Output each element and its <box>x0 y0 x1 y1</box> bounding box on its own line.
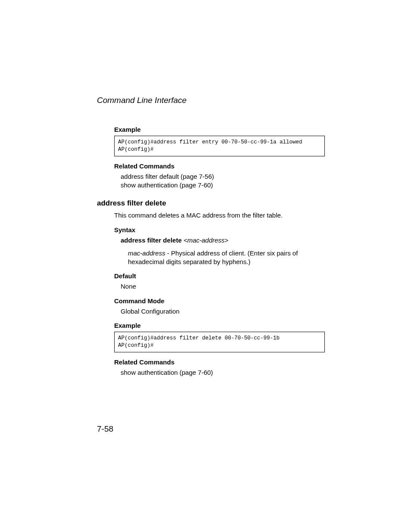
syntax-argument: <mac-address> <box>184 236 228 244</box>
related-commands-heading-1: Related Commands <box>114 162 325 170</box>
page-content: Command Line Interface Example AP(config… <box>0 0 411 377</box>
syntax-command: address filter delete <box>121 236 182 244</box>
command-title: address filter delete <box>97 199 325 208</box>
code-example-1: AP(config)#address filter entry 00-70-50… <box>114 136 325 156</box>
related-command-item: address filter default (page 7-56) <box>121 173 214 180</box>
related-commands-list-2: show authentication (page 7-60) <box>121 368 325 377</box>
syntax-heading: Syntax <box>114 226 325 233</box>
related-commands-list-1: address filter default (page 7-56) show … <box>121 172 325 190</box>
example-heading-1: Example <box>114 126 325 133</box>
default-value: None <box>121 282 325 291</box>
page-number: 7-58 <box>97 424 113 434</box>
default-heading: Default <box>114 272 325 280</box>
parameter-description: mac-address - Physical address of client… <box>128 249 300 267</box>
command-mode-heading: Command Mode <box>114 297 325 305</box>
related-command-item: show authentication (page 7-60) <box>121 369 213 376</box>
example-heading-2: Example <box>114 322 325 329</box>
related-commands-heading-2: Related Commands <box>114 358 325 366</box>
related-command-item: show authentication (page 7-60) <box>121 181 213 189</box>
syntax-line: address filter delete <mac-address> <box>121 236 325 245</box>
parameter-name: mac-address <box>128 249 165 257</box>
command-description: This command deletes a MAC address from … <box>114 211 325 220</box>
chapter-title: Command Line Interface <box>97 96 325 105</box>
code-example-2: AP(config)#address filter delete 00-70-5… <box>114 332 325 352</box>
command-mode-value: Global Configuration <box>121 307 325 316</box>
